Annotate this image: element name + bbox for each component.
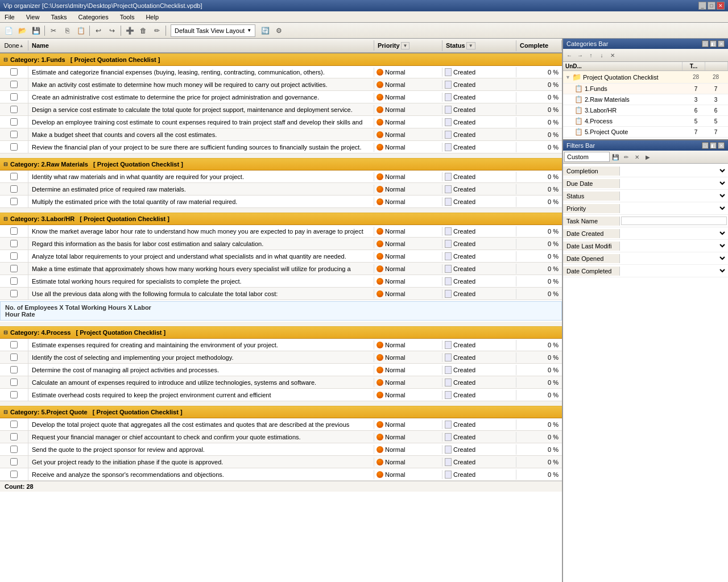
tb-redo[interactable]: ↪ xyxy=(106,24,118,37)
category-row-2[interactable]: ⊟ Category: 2.Raw Materials [ Project Qu… xyxy=(0,158,562,171)
done-checkbox[interactable] xyxy=(10,471,18,478)
done-checkbox[interactable] xyxy=(10,93,18,101)
category-row-4[interactable]: ⊟ Category: 4.Process [ Project Quotatio… xyxy=(0,326,562,339)
done-checkbox[interactable] xyxy=(10,173,18,180)
menu-tasks[interactable]: Tasks xyxy=(48,13,69,21)
filter-datecompleted-select[interactable] xyxy=(621,267,727,275)
tb-edit[interactable]: ✏ xyxy=(151,24,163,37)
cat-tb-down[interactable]: ↓ xyxy=(597,50,607,60)
done-checkbox[interactable] xyxy=(10,446,18,453)
cat-item-raw[interactable]: 📋 2.Raw Materials 3 3 xyxy=(563,94,728,105)
cat-panel-close-btn[interactable]: ✕ xyxy=(718,40,725,47)
tb-paste[interactable]: 📋 xyxy=(75,24,87,37)
tb-add-task[interactable]: ➕ xyxy=(123,24,136,37)
done-checkbox[interactable] xyxy=(10,68,18,76)
status-filter-btn[interactable]: ▼ xyxy=(466,42,475,49)
done-checkbox[interactable] xyxy=(10,433,18,440)
tb-copy[interactable]: ⎘ xyxy=(61,24,73,37)
filters-panel-controls[interactable]: □ ◧ ✕ xyxy=(702,142,725,149)
cat-tb-up[interactable]: ↑ xyxy=(586,50,596,60)
cat-panel-btn2[interactable]: ◧ xyxy=(710,40,717,47)
task-scroll-area[interactable]: ⊟ Category: 1.Funds [ Project Quotation … xyxy=(0,53,562,582)
layout-dropdown-icon[interactable]: ▼ xyxy=(247,28,251,33)
tb-save[interactable]: 💾 xyxy=(30,24,42,37)
expand-icon-5[interactable]: ⊟ xyxy=(3,409,8,415)
done-checkbox[interactable] xyxy=(10,421,18,428)
menu-tools[interactable]: Tools xyxy=(118,13,137,21)
done-checkbox[interactable] xyxy=(10,290,18,297)
priority-filter-btn[interactable]: ▼ xyxy=(401,42,410,49)
cat-tb-delete[interactable]: ✕ xyxy=(607,50,618,60)
category-row-5[interactable]: ⊟ Category: 5.Project Quote [ Project Qu… xyxy=(0,406,562,418)
tb-refresh[interactable]: 🔄 xyxy=(259,24,271,37)
done-checkbox[interactable] xyxy=(10,341,18,348)
filters-tb-apply[interactable]: ▶ xyxy=(643,152,653,162)
cat-panel-btn1[interactable]: □ xyxy=(702,40,709,47)
window-controls[interactable]: _ □ ✕ xyxy=(698,2,725,10)
filter-status-label: Status xyxy=(563,192,620,201)
filter-dateopened-select[interactable] xyxy=(621,254,727,263)
done-checkbox[interactable] xyxy=(10,391,18,398)
tb-delete[interactable]: 🗑 xyxy=(137,24,150,37)
cat-item-funds[interactable]: 📋 1.Funds 7 7 xyxy=(563,84,728,94)
done-checkbox[interactable] xyxy=(10,379,18,386)
filters-tb-delete[interactable]: ✕ xyxy=(632,152,642,162)
tb-options[interactable]: ⚙ xyxy=(272,24,285,37)
category-row-1[interactable]: ⊟ Category: 1.Funds [ Project Quotation … xyxy=(0,53,562,66)
done-checkbox[interactable] xyxy=(10,185,18,193)
menu-view[interactable]: View xyxy=(24,13,42,21)
done-checkbox[interactable] xyxy=(10,81,18,88)
done-checkbox[interactable] xyxy=(10,277,18,285)
maximize-btn[interactable]: □ xyxy=(708,2,715,10)
category-row-3[interactable]: ⊟ Category: 3.Labor/HR [ Project Quotati… xyxy=(0,213,562,225)
done-checkbox[interactable] xyxy=(10,354,18,361)
filter-priority-select[interactable] xyxy=(621,204,727,213)
tb-open[interactable]: 📂 xyxy=(16,24,28,37)
expand-icon-4[interactable]: ⊟ xyxy=(3,330,8,335)
filter-lastmodified-select[interactable] xyxy=(621,242,727,250)
minimize-btn[interactable]: _ xyxy=(698,2,706,10)
done-checkbox[interactable] xyxy=(10,198,18,205)
done-checkbox[interactable] xyxy=(10,118,18,126)
expand-icon-1[interactable]: ⊟ xyxy=(3,57,8,63)
cat-item-process[interactable]: 📋 4.Process 5 5 xyxy=(563,116,728,127)
filters-panel-close-btn[interactable]: ✕ xyxy=(718,142,725,149)
done-checkbox[interactable] xyxy=(10,458,18,465)
done-checkbox[interactable] xyxy=(10,131,18,138)
filter-status-select[interactable] xyxy=(621,192,727,200)
expand-icon-3[interactable]: ⊟ xyxy=(3,216,8,222)
expand-icon-2[interactable]: ⊟ xyxy=(3,161,8,167)
done-checkbox[interactable] xyxy=(10,366,18,373)
filters-tb-edit[interactable]: ✏ xyxy=(621,152,631,162)
done-checkbox[interactable] xyxy=(10,265,18,272)
done-checkbox[interactable] xyxy=(10,240,18,247)
cat-root-expand-icon[interactable]: ▼ xyxy=(565,74,570,80)
done-checkbox[interactable] xyxy=(10,143,18,151)
tb-cut[interactable]: ✂ xyxy=(47,24,60,37)
filters-panel-btn1[interactable]: □ xyxy=(702,142,709,149)
tb-undo[interactable]: ↩ xyxy=(92,24,105,37)
close-btn[interactable]: ✕ xyxy=(717,2,725,10)
cat-panel-controls[interactable]: □ ◧ ✕ xyxy=(702,40,725,47)
done-checkbox[interactable] xyxy=(10,106,18,113)
filters-panel-btn2[interactable]: ◧ xyxy=(710,142,717,149)
cat-tb-back[interactable]: ← xyxy=(564,50,574,60)
filter-datecreated-select[interactable] xyxy=(621,229,727,238)
filter-completion-select[interactable] xyxy=(621,167,727,175)
sort-done-icon[interactable]: ▲ xyxy=(19,43,24,48)
filters-tb-save[interactable]: 💾 xyxy=(610,152,621,162)
menu-help[interactable]: Help xyxy=(143,13,161,21)
menu-categories[interactable]: Categories xyxy=(76,13,111,21)
cat-root-item[interactable]: ▼ 📁 Project Quotation Checklist 28 28 xyxy=(563,71,728,84)
menu-file[interactable]: File xyxy=(2,13,17,21)
done-checkbox[interactable] xyxy=(10,252,18,260)
filter-taskname-input[interactable] xyxy=(621,217,727,225)
layout-selector[interactable]: Default Task View Layout ▼ xyxy=(171,24,255,37)
filter-name-input[interactable] xyxy=(564,152,610,162)
cat-item-labor[interactable]: 📋 3.Labor/HR 6 6 xyxy=(563,105,728,116)
done-checkbox[interactable] xyxy=(10,227,18,235)
cat-tb-forward[interactable]: → xyxy=(575,50,585,60)
cat-item-quote[interactable]: 📋 5.Project Quote 7 7 xyxy=(563,127,728,138)
tb-new[interactable]: 📄 xyxy=(2,24,15,37)
filter-duedate-select[interactable] xyxy=(621,179,727,188)
